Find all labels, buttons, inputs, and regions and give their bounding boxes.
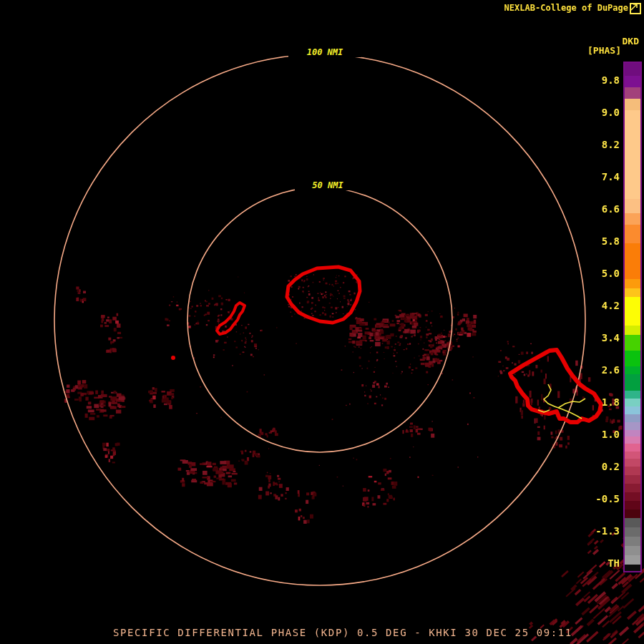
color-scale-tick-5.0: 5.0 — [577, 268, 620, 279]
color-scale-segment-3 — [625, 99, 640, 110]
color-scale-segment-32 — [625, 509, 640, 518]
color-scale-segment-33 — [625, 518, 640, 527]
color-scale-segment-31 — [625, 501, 640, 509]
color-scale-bar — [623, 62, 642, 572]
logo-diagonal — [630, 3, 638, 11]
color-scale-segment-0 — [625, 63, 640, 76]
color-scale-segment-11 — [625, 297, 640, 326]
color-scale-segment-16 — [625, 374, 640, 391]
color-scale-segment-10 — [625, 288, 640, 297]
color-scale-segment-34 — [625, 527, 640, 537]
color-scale-tick-4.2: 4.2 — [577, 300, 620, 311]
color-scale-segment-35 — [625, 537, 640, 546]
color-scale-segment-27 — [625, 467, 640, 475]
color-scale-segment-7 — [625, 225, 640, 243]
product-code-label: DKD — [623, 36, 639, 47]
cod-logo-icon — [630, 3, 641, 14]
color-scale-tick-1.8: 1.8 — [577, 396, 620, 408]
color-scale-segment-4 — [625, 110, 640, 199]
color-scale-segment-36 — [625, 546, 640, 555]
color-scale-tick-9.8: 9.8 — [577, 74, 620, 86]
color-scale-segment-18 — [625, 399, 640, 406]
color-scale-segment-25 — [625, 452, 640, 459]
color-scale-segment-38 — [625, 565, 640, 571]
color-scale-segment-23 — [625, 436, 640, 444]
color-scale-tick-2.6: 2.6 — [577, 364, 620, 376]
color-scale-segment-5 — [625, 199, 640, 213]
color-scale-segment-6 — [625, 213, 640, 225]
color-scale-segment-17 — [625, 391, 640, 399]
color-scale-segment-26 — [625, 459, 640, 467]
color-scale-segment-12 — [625, 326, 640, 335]
color-scale-tick-3.4: 3.4 — [577, 332, 620, 343]
color-scale-tick-0.2: 0.2 — [577, 461, 620, 472]
color-scale-segment-13 — [625, 335, 640, 351]
color-scale-tick--1.3: -1.3 — [577, 525, 620, 537]
color-scale-segment-8 — [625, 243, 640, 279]
bright-echo-dot-0 — [171, 356, 175, 360]
color-scale-tick-7.4: 7.4 — [577, 171, 620, 182]
color-scale-segment-29 — [625, 484, 640, 492]
color-scale-segment-28 — [625, 475, 640, 484]
site-title: NEXLAB-College of DuPage — [504, 3, 628, 13]
color-scale-tick-9.0: 9.0 — [577, 107, 620, 118]
map-overlay — [0, 0, 644, 644]
color-scale-segment-22 — [625, 430, 640, 436]
color-scale-tick--0.5: -0.5 — [577, 493, 620, 504]
inner-range-ring-label: 50 NMI — [295, 180, 361, 190]
outer-range-ring-label: 100 NMI — [288, 47, 361, 57]
island-outline-niihau — [217, 303, 245, 334]
color-scale-segment-24 — [625, 444, 640, 452]
color-scale-segment-2 — [625, 87, 640, 99]
island-outline-oahu — [510, 350, 601, 422]
color-scale-segment-30 — [625, 492, 640, 501]
color-scale-segment-37 — [625, 555, 640, 565]
color-scale-segment-1 — [625, 76, 640, 87]
radar-display: 100 NMI 50 NMI NEXLAB-College of DuPage … — [0, 0, 644, 644]
color-scale-segment-21 — [625, 422, 640, 430]
product-unit-label: [PHAS] — [587, 45, 621, 56]
island-outline-kauai — [287, 267, 360, 323]
color-scale-tick-8.2: 8.2 — [577, 139, 620, 150]
color-scale-segment-19 — [625, 406, 640, 414]
color-scale-tick-TH: TH — [577, 557, 620, 569]
color-scale-tick-5.8: 5.8 — [577, 235, 620, 247]
color-scale-segment-15 — [625, 366, 640, 374]
color-scale-segment-9 — [625, 279, 640, 288]
color-scale-segment-14 — [625, 351, 640, 366]
product-caption: SPECIFIC DIFFERENTIAL PHASE (KDP) 0.5 DE… — [113, 627, 571, 638]
color-scale-segment-20 — [625, 414, 640, 422]
color-scale-tick-1.0: 1.0 — [577, 429, 620, 440]
color-scale-tick-6.6: 6.6 — [577, 203, 620, 215]
